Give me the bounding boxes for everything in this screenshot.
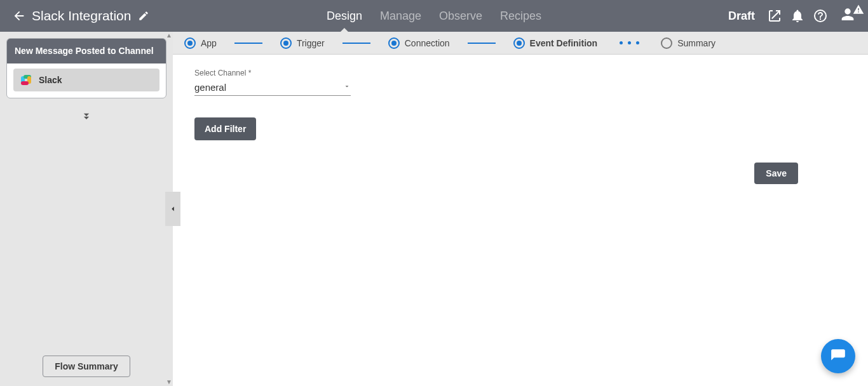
app-chip-slack[interactable]: Slack — [13, 69, 159, 91]
trigger-card-title: New Message Posted to Channel — [7, 39, 166, 63]
bell-icon[interactable] — [789, 8, 806, 24]
step-connection[interactable]: Connection — [388, 37, 450, 49]
expand-toggle[interactable] — [78, 110, 95, 123]
top-tabs: Design Manage Observe Recipes — [318, 0, 550, 32]
step-label: Trigger — [297, 38, 325, 48]
step-radio-icon — [513, 37, 525, 49]
step-label: Event Definition — [530, 38, 598, 48]
warning-badge-icon — [853, 4, 864, 15]
step-radio-icon — [661, 37, 672, 49]
step-event-definition[interactable]: Event Definition — [513, 37, 598, 49]
form-area: Select Channel * general Add Filter Save — [173, 55, 868, 386]
trigger-card-body: Slack — [7, 63, 166, 98]
chat-launcher[interactable] — [821, 339, 855, 373]
tab-observe[interactable]: Observe — [430, 0, 491, 32]
tab-label: Manage — [380, 10, 421, 23]
step-connector — [468, 43, 496, 44]
trigger-card: New Message Posted to Channel Slack — [6, 38, 166, 98]
body: ▲ ▼ New Message Posted to Channel Slack … — [0, 32, 868, 386]
channel-label: Select Channel * — [194, 69, 846, 77]
status-badge: Draft — [728, 10, 755, 23]
page-title: Slack Integration — [32, 8, 131, 23]
scroll-down-icon[interactable]: ▼ — [165, 378, 173, 386]
tab-design[interactable]: Design — [318, 0, 371, 32]
add-filter-button[interactable]: Add Filter — [194, 117, 256, 140]
caret-down-icon — [343, 81, 351, 93]
edit-icon[interactable] — [137, 10, 150, 22]
save-button[interactable]: Save — [754, 163, 798, 184]
channel-select[interactable]: general — [194, 80, 351, 96]
step-trigger[interactable]: Trigger — [280, 37, 325, 49]
step-label: Connection — [405, 38, 450, 48]
tab-label: Design — [327, 10, 362, 23]
step-connector — [234, 43, 262, 44]
scroll-up-icon[interactable]: ▲ — [165, 32, 173, 39]
tab-recipes[interactable]: Recipes — [491, 0, 550, 32]
topbar: Slack Integration Design Manage Observe … — [0, 0, 868, 32]
sidebar-collapse-handle[interactable] — [165, 192, 180, 226]
tab-label: Observe — [439, 10, 482, 23]
user-avatar[interactable] — [835, 6, 860, 25]
step-radio-icon — [280, 37, 292, 49]
slack-icon — [18, 72, 34, 88]
flow-summary-button[interactable]: Flow Summary — [43, 356, 130, 377]
step-summary[interactable]: Summary — [661, 37, 715, 49]
tab-manage[interactable]: Manage — [371, 0, 430, 32]
topbar-left: Slack Integration — [0, 8, 150, 23]
tab-label: Recipes — [500, 10, 541, 23]
open-external-icon[interactable] — [766, 8, 783, 24]
step-radio-icon — [388, 37, 400, 49]
topbar-right: Draft — [728, 6, 868, 25]
channel-value: general — [194, 82, 226, 93]
app-chip-label: Slack — [39, 75, 62, 85]
step-connector — [342, 43, 370, 44]
main: App Trigger Connection Event Definition … — [173, 32, 868, 386]
help-icon[interactable] — [812, 8, 829, 24]
step-connector-dots — [615, 43, 643, 44]
step-app[interactable]: App — [184, 37, 217, 49]
stepper: App Trigger Connection Event Definition … — [173, 32, 868, 55]
back-arrow-icon[interactable] — [11, 8, 27, 23]
step-radio-icon — [184, 37, 196, 49]
step-label: Summary — [677, 38, 715, 48]
sidebar: ▲ ▼ New Message Posted to Channel Slack … — [0, 32, 173, 386]
step-label: App — [201, 38, 217, 48]
